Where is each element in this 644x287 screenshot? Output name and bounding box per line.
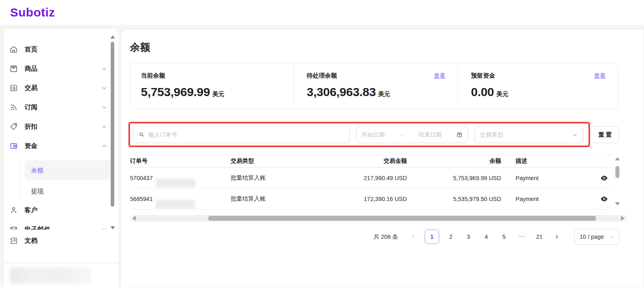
scroll-down-icon[interactable] <box>110 226 115 230</box>
sidebar-item-customers[interactable]: 客户 <box>9 201 110 220</box>
view-details-eye-icon[interactable] <box>600 174 608 182</box>
balance-summary-card: 当前余额 5,753,969.99美元 待处理余额 3,306,963.83美元… <box>130 63 618 109</box>
col-header-balance: 余额 <box>407 157 501 165</box>
transaction-type-select[interactable]: 交易类型 <box>475 126 583 143</box>
sidebar-subitem-balance[interactable]: 余额 <box>25 160 113 180</box>
col-header-order: 订单号 <box>130 157 231 165</box>
scroll-up-icon[interactable] <box>110 35 115 39</box>
scroll-right-icon[interactable] <box>621 216 624 221</box>
page-size-value: 10 / page <box>580 234 604 240</box>
prev-page-icon[interactable] <box>408 230 419 244</box>
email-icon <box>9 225 18 230</box>
table-vscroll-thumb[interactable] <box>615 166 619 178</box>
sidebar-subitem-withdraw[interactable]: 提现 <box>25 181 113 201</box>
sidebar-item-transactions[interactable]: 交易 <box>9 78 110 98</box>
chevron-down-icon <box>572 132 578 138</box>
pending-balance-section: 待处理余额 3,306,963.83美元 查看 <box>293 63 458 109</box>
table-horizontal-scrollbar[interactable] <box>130 215 627 221</box>
table-row: 5685941 批量结算入账 172,390.16 USD 5,535,979.… <box>130 189 611 209</box>
user-profile-redacted[interactable] <box>10 267 91 283</box>
discount-tag-icon <box>9 122 18 131</box>
sidebar-item-subscriptions[interactable]: 订阅 <box>9 98 110 117</box>
col-header-amount: 交易金额 <box>339 157 407 165</box>
next-page-icon[interactable] <box>551 230 562 244</box>
date-range-picker[interactable]: 开始日期 → 结束日期 <box>356 126 468 143</box>
sidebar-item-label: 订阅 <box>25 103 37 112</box>
reset-button[interactable]: 重 置 <box>591 126 619 143</box>
sidebar-item-label: 折扣 <box>25 123 37 131</box>
sidebar-item-label: 首页 <box>25 45 37 54</box>
type-cell: 批量结算入账 <box>231 195 339 203</box>
table-hscroll-thumb[interactable] <box>208 216 596 221</box>
balance-cell: 5,535,979.50 USD <box>407 196 501 202</box>
document-icon <box>9 236 18 245</box>
sidebar-item-label: 文档 <box>25 237 37 245</box>
page-number-1[interactable]: 1 <box>425 230 439 244</box>
view-details-eye-icon[interactable] <box>600 195 608 203</box>
main-content: 余额 当前余额 5,753,969.99美元 待处理余额 3,306,963.8… <box>121 29 644 287</box>
chevron-down-icon <box>101 104 107 111</box>
rss-icon <box>9 103 18 112</box>
table-header-row: 订单号 交易类型 交易金额 余额 描述 <box>130 154 611 168</box>
sidebar-item-home[interactable]: 首页 <box>9 40 110 59</box>
pagination: 共 208 条 1 2 3 4 5 ••• 21 10 / page <box>347 228 619 246</box>
sidebar-item-email[interactable]: 电子邮件 <box>9 220 110 230</box>
wallet-icon <box>9 141 18 150</box>
view-pending-link[interactable]: 查看 <box>434 72 446 80</box>
brand-logo[interactable]: Subotiz <box>10 6 55 19</box>
sidebar-item-label: 资金 <box>25 142 37 150</box>
sidebar-item-label: 客户 <box>25 206 37 215</box>
sidebar-item-funds[interactable]: 资金 <box>9 136 110 156</box>
currency-label: 美元 <box>378 90 390 97</box>
start-date-placeholder[interactable]: 开始日期 <box>361 131 385 139</box>
scroll-up-icon[interactable] <box>615 157 620 160</box>
home-icon <box>9 45 18 54</box>
amount-cell: 172,390.16 USD <box>339 196 407 202</box>
sidebar-divider <box>4 263 119 263</box>
search-icon <box>138 131 145 138</box>
chevron-down-icon <box>609 234 614 240</box>
sidebar-item-products[interactable]: 商品 <box>9 59 110 78</box>
order-search-input[interactable]: 输入订单号 <box>133 126 350 143</box>
col-header-type: 交易类型 <box>231 157 339 165</box>
page-number-5[interactable]: 5 <box>498 230 510 244</box>
sidebar-scrollbar[interactable] <box>112 32 117 232</box>
submenu-guide-line <box>20 160 20 201</box>
sidebar-scrollbar-thumb[interactable] <box>111 42 114 207</box>
sidebar-item-docs[interactable]: 文档 <box>9 232 110 250</box>
description-cell: Payment <box>501 175 590 181</box>
reserved-funds-section: 预留资金 0.00美元 查看 <box>458 63 618 109</box>
view-reserved-link[interactable]: 查看 <box>594 72 606 80</box>
description-cell: Payment <box>501 196 590 202</box>
chevron-down-icon <box>101 85 107 91</box>
sidebar-item-discounts[interactable]: 折扣 <box>9 117 110 136</box>
col-header-desc: 描述 <box>501 157 590 165</box>
sidebar-item-label: 电子邮件 <box>25 226 50 230</box>
page-number-2[interactable]: 2 <box>445 230 457 244</box>
page-ellipsis[interactable]: ••• <box>516 230 528 244</box>
scroll-down-icon[interactable] <box>615 202 620 205</box>
calendar-icon <box>456 131 463 138</box>
sidebar: 首页 商品 交易 订阅 折扣 <box>3 28 119 287</box>
page-number-21[interactable]: 21 <box>533 230 545 244</box>
chevron-down-icon <box>101 226 107 230</box>
table-vertical-scrollbar[interactable] <box>615 155 620 211</box>
sidebar-item-label: 商品 <box>25 65 37 73</box>
balance-label: 当前余额 <box>141 72 293 80</box>
table-row: 5700437 批量结算入账 217,990.49 USD 5,753,969.… <box>130 168 611 189</box>
chevron-down-icon <box>101 66 107 72</box>
balance-value: 0.00美元 <box>471 85 618 99</box>
search-placeholder: 输入订单号 <box>148 131 178 139</box>
chevron-down-icon <box>101 123 107 130</box>
page-number-4[interactable]: 4 <box>480 230 492 244</box>
amount-cell: 217,990.49 USD <box>339 175 407 181</box>
page-size-select[interactable]: 10 / page <box>574 229 619 245</box>
page-number-3[interactable]: 3 <box>462 230 475 244</box>
package-icon <box>9 64 18 73</box>
scroll-left-icon[interactable] <box>132 216 136 221</box>
type-cell: 批量结算入账 <box>231 174 339 182</box>
end-date-placeholder[interactable]: 结束日期 <box>419 131 442 139</box>
submenu-label: 余额 <box>31 166 43 175</box>
page-title: 余额 <box>130 41 150 54</box>
top-header: Subotiz <box>0 0 644 25</box>
